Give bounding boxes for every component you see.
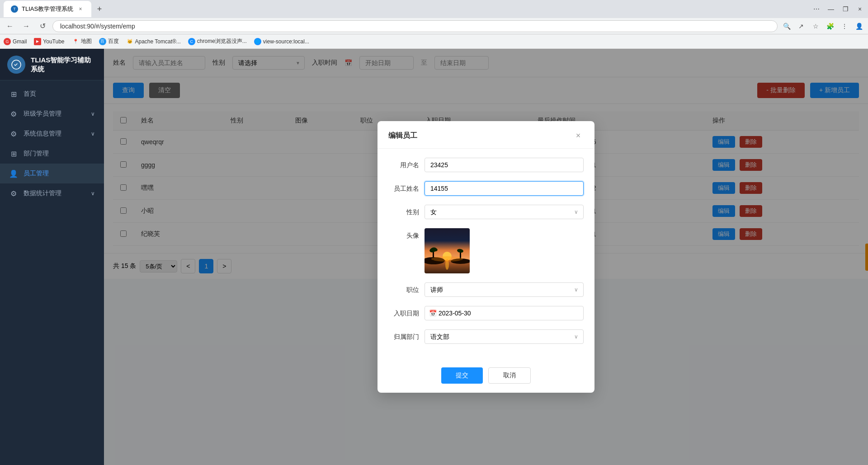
sidebar-item-dept[interactable]: ⊞ 部门管理 [0, 144, 104, 164]
bookmark-youtube[interactable]: ▶ YouTube [34, 38, 64, 45]
window-controls: ⋯ — ❐ × [812, 5, 864, 14]
cancel-button[interactable]: 取消 [488, 367, 531, 384]
position-label: 职位 [388, 282, 425, 294]
dept-label: 归属部门 [388, 329, 425, 341]
sidebar-item-sys-info[interactable]: ⚙ 系统信息管理 ∨ [0, 124, 104, 144]
employee-icon: 👤 [9, 169, 18, 178]
address-bar: ← → ↺ localhost:90/#/system/emp 🔍 ↗ ☆ 🧩 … [0, 18, 868, 34]
profile-icon[interactable]: 👤 [854, 21, 864, 32]
gender-field-row: 性别 男 女 [388, 205, 584, 219]
sidebar-item-class-mgmt[interactable]: ⚙ 班级学员管理 ∨ [0, 104, 104, 124]
share-icon[interactable]: ↗ [796, 21, 807, 32]
sidebar-home-label: 首页 [24, 90, 95, 98]
minimize-button[interactable]: — [826, 5, 835, 14]
maps-icon: 📍 [72, 38, 79, 45]
sidebar-item-data-stats[interactable]: ⚙ 数据统计管理 ∨ [0, 183, 104, 203]
position-select-wrap: 讲师 高级讲师 项目经理 研发工程师 [425, 282, 584, 297]
submit-button[interactable]: 提交 [441, 367, 483, 384]
dept-icon: ⊞ [9, 149, 18, 158]
hire-date-label: 入职日期 [388, 306, 425, 318]
sidebar-item-employee[interactable]: 👤 员工管理 [0, 164, 104, 183]
extensions-icon[interactable]: 🧩 [825, 21, 835, 32]
bookmark-baidu[interactable]: 百 百度 [99, 38, 119, 45]
position-field-row: 职位 讲师 高级讲师 项目经理 研发工程师 [388, 282, 584, 297]
hire-date-field-row: 入职日期 📅 [388, 306, 584, 320]
bookmark-tomcat-label: Apache Tomcat®... [135, 38, 181, 45]
svg-point-12 [431, 256, 463, 262]
emp-name-field-row: 员工姓名 [388, 181, 584, 196]
avatar-field-row: 头像 [388, 228, 584, 273]
class-mgmt-icon: ⚙ [9, 109, 18, 118]
youtube-icon: ▶ [34, 38, 41, 45]
tab-favicon: T [11, 5, 18, 13]
position-control: 讲师 高级讲师 项目经理 研发工程师 [425, 282, 584, 297]
collapse-tabs-button[interactable]: ⋯ [812, 5, 821, 14]
sidebar-menu: ⊞ 首页 ⚙ 班级学员管理 ∨ ⚙ 系统信息管理 ∨ ⊞ 部门管理 👤 员工管理 [0, 80, 104, 465]
gender-control: 男 女 [425, 205, 584, 219]
emp-name-label: 员工姓名 [388, 181, 425, 193]
bookmark-gmail-label: Gmail [13, 38, 27, 45]
data-stats-arrow: ∨ [91, 190, 95, 197]
modal-footer: 提交 取消 [377, 362, 594, 393]
forward-button[interactable]: → [20, 20, 33, 33]
browser-chrome: T TLIAS教学管理系统 × + ⋯ — ❐ × [0, 0, 868, 18]
dept-select[interactable]: 语文部 数学部 英语部 [425, 329, 584, 344]
sys-info-icon: ⚙ [9, 129, 18, 138]
search-icon[interactable]: 🔍 [781, 21, 792, 32]
home-icon: ⊞ [9, 89, 18, 99]
hire-date-control: 📅 [425, 306, 584, 320]
bookmark-icon[interactable]: ☆ [810, 21, 821, 32]
active-tab[interactable]: T TLIAS教学管理系统 × [4, 1, 91, 17]
gender-select-wrap: 男 女 [425, 205, 584, 219]
edit-employee-modal: 编辑员工 × 用户名 员工姓名 [377, 121, 594, 393]
address-input[interactable]: localhost:90/#/system/emp [52, 20, 778, 32]
username-label: 用户名 [388, 158, 425, 169]
bookmark-baidu-label: 百度 [108, 38, 119, 45]
tab-bar: T TLIAS教学管理系统 × + [4, 1, 106, 17]
bookmarks-bar: G Gmail ▶ YouTube 📍 地图 百 百度 🐱 Apache Tom… [0, 34, 868, 49]
menu-icon[interactable]: ⋮ [839, 21, 850, 32]
bookmark-chrome-sound[interactable]: C chrome浏览器没声... [188, 38, 247, 45]
sidebar-logo: TLIAS智能学习辅助系统 [0, 49, 104, 80]
gmail-icon: G [4, 38, 11, 45]
app-container: TLIAS智能学习辅助系统 ⊞ 首页 ⚙ 班级学员管理 ∨ ⚙ 系统信息管理 ∨… [0, 49, 868, 465]
emp-name-input[interactable] [425, 181, 584, 196]
main-content: 姓名 性别 请选择 男 女 入职时间 📅 至 查询 清空 - 批量删除 + 新增… [104, 49, 868, 465]
bookmark-gmail[interactable]: G Gmail [4, 38, 27, 45]
new-tab-button[interactable]: + [93, 3, 106, 15]
refresh-button[interactable]: ↺ [36, 20, 49, 33]
calendar-icon: 📅 [429, 310, 437, 317]
bookmark-maps[interactable]: 📍 地图 [72, 38, 92, 45]
avatar-control [425, 228, 584, 273]
sidebar-item-home[interactable]: ⊞ 首页 [0, 84, 104, 104]
dept-select-wrap: 语文部 数学部 英语部 [425, 329, 584, 344]
username-input[interactable] [425, 158, 584, 172]
dept-field-row: 归属部门 语文部 数学部 英语部 [388, 329, 584, 344]
bookmark-maps-label: 地图 [81, 38, 92, 45]
sidebar-sys-info-label: 系统信息管理 [24, 130, 85, 138]
data-stats-icon: ⚙ [9, 189, 18, 198]
gender-label: 性别 [388, 205, 425, 216]
close-button[interactable]: × [855, 5, 864, 14]
gender-select[interactable]: 男 女 [425, 205, 584, 219]
tab-title: TLIAS教学管理系统 [22, 5, 73, 13]
maximize-button[interactable]: ❐ [841, 5, 850, 14]
avatar-preview[interactable] [425, 228, 470, 273]
sidebar: TLIAS智能学习辅助系统 ⊞ 首页 ⚙ 班级学员管理 ∨ ⚙ 系统信息管理 ∨… [0, 49, 104, 465]
modal-close-button[interactable]: × [573, 130, 584, 141]
bookmark-tomcat[interactable]: 🐱 Apache Tomcat®... [126, 38, 181, 45]
emp-name-control [425, 181, 584, 196]
logo-icon [7, 56, 25, 74]
avatar-image [425, 228, 470, 273]
dept-control: 语文部 数学部 英语部 [425, 329, 584, 344]
hire-date-input-wrap: 📅 [425, 306, 584, 320]
hire-date-input[interactable] [425, 306, 584, 320]
username-control [425, 158, 584, 172]
bookmark-youtube-label: YouTube [43, 38, 64, 45]
bookmark-viewsource[interactable]: 🌐 view-source:local... [254, 38, 309, 45]
back-button[interactable]: ← [4, 20, 16, 33]
tab-close-button[interactable]: × [77, 5, 84, 13]
sys-info-arrow: ∨ [91, 131, 95, 137]
bookmark-viewsource-label: view-source:local... [263, 38, 309, 45]
position-select[interactable]: 讲师 高级讲师 项目经理 研发工程师 [425, 282, 584, 297]
